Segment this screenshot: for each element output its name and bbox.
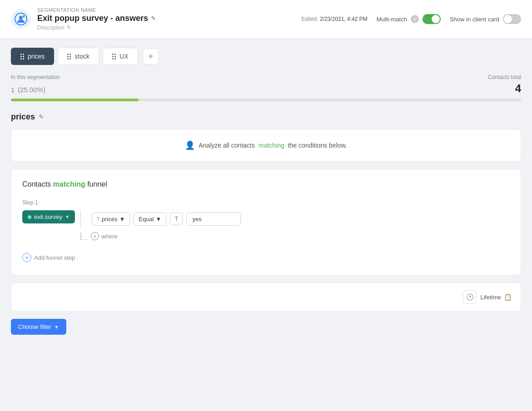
header-right: Edited: 2/23/2021, 4:42 PM Multi-match i… <box>301 14 521 24</box>
tabs: prices stock UX + <box>11 48 521 65</box>
funnel-card: Contacts matching funnel Step 1: exit.su… <box>11 169 521 275</box>
where-l-connector <box>81 233 88 240</box>
logo <box>11 9 31 29</box>
step-row: exit.survey ▼ T prices ▼ Equal <box>22 210 510 242</box>
event-tag-chevron: ▼ <box>65 214 70 219</box>
filter-row: T prices ▼ Equal ▼ T <box>92 213 241 226</box>
header-title-block: Segmentation name Exit popup survey - an… <box>37 7 156 31</box>
section-heading: prices ✎ <box>11 112 521 122</box>
stats-total-block: Contacts total 4 <box>488 74 521 95</box>
seg-name: Exit popup survey - answers ✎ <box>37 14 156 23</box>
tab-stock[interactable]: stock <box>58 48 99 65</box>
calendar-icon: 📋 <box>504 293 512 301</box>
multi-match-toggle-group: Multi-match i <box>377 14 441 24</box>
where-row: + where <box>80 230 241 242</box>
main-content: prices stock UX + In this segmentation 1 <box>0 48 532 346</box>
choose-filter-button[interactable]: Choose filter ▼ <box>11 319 66 335</box>
property-chevron: ▼ <box>119 216 125 223</box>
where-plus-icon: + <box>91 232 99 240</box>
value-type-icon: T <box>170 213 183 225</box>
header: Segmentation name Exit popup survey - an… <box>0 0 532 39</box>
add-step-plus-icon: + <box>22 253 31 262</box>
seg-label: Segmentation name <box>37 7 156 13</box>
progress-bar <box>11 99 521 101</box>
multi-match-info-icon[interactable]: i <box>411 15 419 23</box>
add-funnel-step-button[interactable]: + Add funnel step <box>22 251 510 264</box>
where-button[interactable]: + where <box>91 230 117 242</box>
show-client-card-toggle-group: Show in client card <box>450 14 521 24</box>
tab-prices[interactable]: prices <box>11 48 54 65</box>
edited-meta: Edited: 2/23/2021, 4:42 PM <box>301 16 367 22</box>
stats-in-segmentation: In this segmentation 1 (25.00%) <box>11 74 60 95</box>
analyze-card: 👤 Analyze all contacts matching the cond… <box>11 129 521 162</box>
clock-icon[interactable]: 🕐 <box>463 290 477 304</box>
tab-ux-drag-handle <box>112 54 116 59</box>
vertical-connector <box>80 210 81 228</box>
show-client-card-toggle[interactable] <box>503 14 521 24</box>
property-select[interactable]: T prices ▼ <box>92 213 130 226</box>
connector-and-filters: T prices ▼ Equal ▼ T <box>80 210 241 228</box>
funnel-title: Contacts matching funnel <box>22 180 510 188</box>
lifetime-card: 🕐 Lifetime 📋 <box>11 282 521 312</box>
description-edit-icon[interactable]: ✎ <box>66 24 71 31</box>
person-icon: 👤 <box>185 140 195 150</box>
tab-prices-drag-handle <box>20 54 24 59</box>
tab-ux[interactable]: UX <box>103 48 138 65</box>
svg-point-2 <box>22 15 25 18</box>
step-label: Step 1: <box>22 199 510 206</box>
step-connector-area: T prices ▼ Equal ▼ T <box>80 210 241 242</box>
operator-select[interactable]: Equal ▼ <box>134 213 166 226</box>
progress-bar-fill <box>11 99 139 101</box>
event-tag[interactable]: exit.survey ▼ <box>22 210 75 223</box>
add-tab-button[interactable]: + <box>143 48 159 64</box>
value-input[interactable] <box>186 213 241 226</box>
property-type-icon: T <box>97 216 100 222</box>
section-edit-icon[interactable]: ✎ <box>39 114 44 120</box>
description-row: Description ✎ <box>37 24 156 31</box>
lifetime-button[interactable]: Lifetime 📋 <box>480 293 512 301</box>
toggle-knob <box>432 15 440 23</box>
header-left: Segmentation name Exit popup survey - an… <box>11 7 156 31</box>
stats-bar: In this segmentation 1 (25.00%) Contacts… <box>11 74 521 95</box>
stats-count: 1 (25.00%) <box>11 82 60 95</box>
choose-filter-chevron: ▼ <box>54 324 59 330</box>
tab-stock-drag-handle <box>67 54 71 59</box>
event-dot <box>28 215 31 219</box>
multi-match-toggle[interactable] <box>423 14 441 24</box>
operator-chevron: ▼ <box>156 216 162 223</box>
show-client-card-toggle-knob <box>504 15 512 23</box>
seg-name-edit-icon[interactable]: ✎ <box>151 15 156 22</box>
